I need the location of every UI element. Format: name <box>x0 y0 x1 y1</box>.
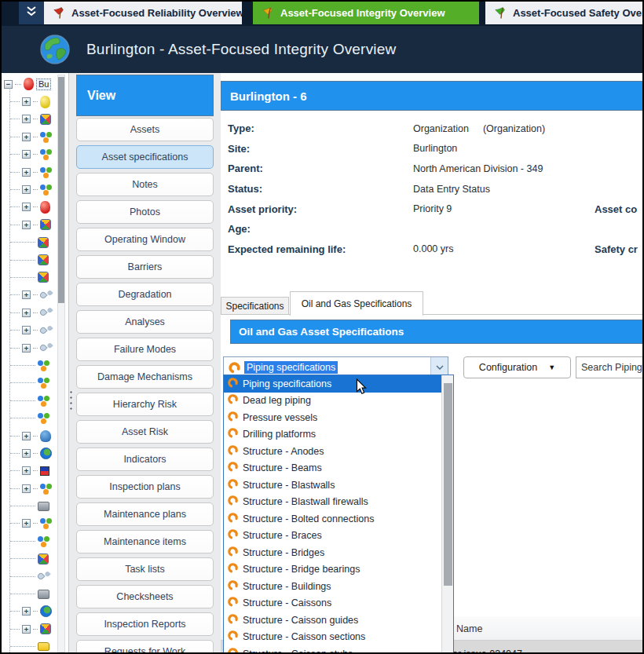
dropdown-scrollbar-thumb[interactable] <box>444 383 452 586</box>
tree-expander-expand[interactable]: + <box>22 326 31 334</box>
tree-expander-expand[interactable]: + <box>22 168 31 177</box>
view-button-asset-risk[interactable]: Asset Risk <box>76 420 214 444</box>
tree-row[interactable]: + <box>0 480 54 497</box>
tree-row[interactable] <box>0 532 54 550</box>
dropdown-item[interactable]: Structure - Caisson sections <box>224 629 442 646</box>
view-button-inspection-reports[interactable]: Inspection Reports <box>76 612 214 636</box>
dropdown-item[interactable]: Structure - Bolted connections <box>224 510 442 528</box>
spec-tab-specifications[interactable]: Specifications <box>221 297 289 316</box>
tree-row[interactable]: + <box>0 339 54 356</box>
view-button-damage-mechanisms[interactable]: Damage Mechanisms <box>76 365 214 389</box>
tree-row[interactable]: + <box>0 620 54 638</box>
column-header-name[interactable]: Name <box>456 616 482 641</box>
view-button-checksheets[interactable]: Checksheets <box>76 585 214 608</box>
tree-row[interactable] <box>0 374 54 392</box>
view-button-requests-for-work[interactable]: Requests for Work <box>76 640 214 654</box>
view-button-maintenance-plans[interactable]: Maintenance plans <box>76 502 214 526</box>
tree-row[interactable]: + <box>0 216 54 233</box>
tree-row[interactable]: + <box>0 128 54 145</box>
tree-row[interactable]: + <box>0 444 54 462</box>
tree-row[interactable]: + <box>0 146 54 163</box>
configuration-button[interactable]: Configuration ▼ <box>463 356 571 378</box>
tree-row[interactable]: + <box>0 427 54 444</box>
tree-expander-expand[interactable]: + <box>22 203 31 211</box>
tree-row[interactable]: + <box>0 287 54 304</box>
tree-row[interactable] <box>0 568 54 585</box>
tree-scrollbar-thumb[interactable] <box>58 77 64 303</box>
dropdown-item[interactable]: Structure - Bridges <box>224 544 442 561</box>
view-button-operating-window[interactable]: Operating Window <box>76 228 214 251</box>
dropdown-item[interactable]: Structure - Bridge bearings <box>224 561 442 579</box>
tree-expander-expand[interactable]: + <box>22 484 31 493</box>
tree-expander-expand[interactable]: + <box>22 115 31 123</box>
tree-expander-expand[interactable]: + <box>22 449 31 458</box>
tree-expander-expand[interactable]: + <box>22 133 31 141</box>
dropdown-item[interactable]: Structure - Anodes <box>224 443 442 460</box>
tree-row[interactable]: + <box>0 181 54 198</box>
dropdown-scrollbar[interactable] <box>441 375 453 653</box>
dropdown-item[interactable]: Drilling platforms <box>224 426 442 444</box>
tree-row[interactable]: + <box>0 603 54 620</box>
tree-row[interactable] <box>0 497 54 514</box>
tree-expander-expand[interactable]: + <box>22 432 31 440</box>
view-button-task-lists[interactable]: Task lists <box>76 557 214 581</box>
dropdown-item[interactable]: Structure - Caissons <box>224 595 442 612</box>
tree-row[interactable] <box>0 638 54 654</box>
tree-scrollbar[interactable] <box>57 75 65 652</box>
tree-expander-expand[interactable]: + <box>22 625 31 634</box>
tree-expander-expand[interactable]: + <box>22 221 31 229</box>
search-input[interactable] <box>576 356 644 378</box>
dropdown-item[interactable]: Dead leg piping <box>224 393 442 410</box>
tree-row[interactable] <box>0 234 54 251</box>
dropdown-item[interactable]: Structure - Braces <box>224 528 442 545</box>
dropdown-item[interactable]: Structure - Beams <box>224 460 442 477</box>
dropdown-item[interactable]: Structure - Buildings <box>224 578 442 595</box>
view-button-asset-specifications[interactable]: Asset specifications <box>76 145 214 169</box>
tree-expander-expand[interactable]: + <box>22 309 31 317</box>
tree-expander-expand[interactable]: + <box>22 150 31 159</box>
tree-row[interactable]: −Bu <box>0 75 54 93</box>
dashboard-tab-3[interactable]: Asset-Focused Safety Overview <box>485 2 644 24</box>
dashboard-tab-2[interactable]: Asset-Focused Integrity Overview <box>253 2 479 24</box>
panel-splitter-handle[interactable] <box>69 389 73 410</box>
spec-tab-oil-and-gas-specifications[interactable]: Oil and Gas Specifications <box>290 291 423 316</box>
tree-row[interactable] <box>0 409 54 426</box>
view-button-failure-modes[interactable]: Failure Modes <box>76 338 214 361</box>
dropdown-item[interactable]: Piping specifications <box>224 375 442 393</box>
view-button-indicators[interactable]: Indicators <box>76 448 214 471</box>
tree-row[interactable] <box>0 585 54 602</box>
view-button-analyses[interactable]: Analyses <box>76 310 214 334</box>
tree-row[interactable]: + <box>0 111 54 128</box>
tree-expander-collapse[interactable]: − <box>4 80 13 89</box>
tree-row[interactable]: + <box>0 515 54 532</box>
view-button-degradation[interactable]: Degradation <box>76 283 214 306</box>
view-button-assets[interactable]: Assets <box>76 118 214 141</box>
tree-row[interactable]: + <box>0 163 54 181</box>
tree-expander-expand[interactable]: + <box>22 97 31 106</box>
tree-row[interactable]: + <box>0 199 54 216</box>
dropdown-item[interactable]: Structure - Blastwalls <box>224 477 442 494</box>
tree-row[interactable]: + <box>0 462 54 480</box>
view-button-maintenance-items[interactable]: Maintenance items <box>76 530 214 554</box>
tree-expander-expand[interactable]: + <box>22 466 31 475</box>
tree-expander-expand[interactable]: + <box>22 185 31 194</box>
tree-expander-expand[interactable]: + <box>22 519 31 528</box>
dropdown-item[interactable]: Structure - Caisson guides <box>224 612 442 629</box>
tree-row[interactable]: + <box>0 321 54 338</box>
tree-expander-expand[interactable]: + <box>22 607 31 616</box>
view-button-notes[interactable]: Notes <box>76 173 214 196</box>
tree-row[interactable] <box>0 356 54 374</box>
dropdown-item[interactable]: Pressure vessels <box>224 409 442 426</box>
view-button-hierarchy-risk[interactable]: Hierarchy Risk <box>76 393 214 416</box>
view-button-barriers[interactable]: Barriers <box>76 255 214 279</box>
tree-row[interactable] <box>0 392 54 409</box>
collapse-tabs-button[interactable] <box>19 2 44 24</box>
tree-row[interactable] <box>0 251 54 269</box>
tree-expander-expand[interactable]: + <box>22 344 31 353</box>
dashboard-tab-1[interactable]: Asset-Focused Reliability Overview <box>44 2 242 24</box>
dropdown-item[interactable]: Structure - Caisson stubs <box>224 645 442 654</box>
view-button-inspection-plans[interactable]: Inspection plans <box>76 475 214 499</box>
tree-row[interactable] <box>0 269 54 286</box>
tree-row[interactable]: + <box>0 93 54 110</box>
dropdown-item[interactable]: Structure - Blastwall firewalls <box>224 494 442 511</box>
